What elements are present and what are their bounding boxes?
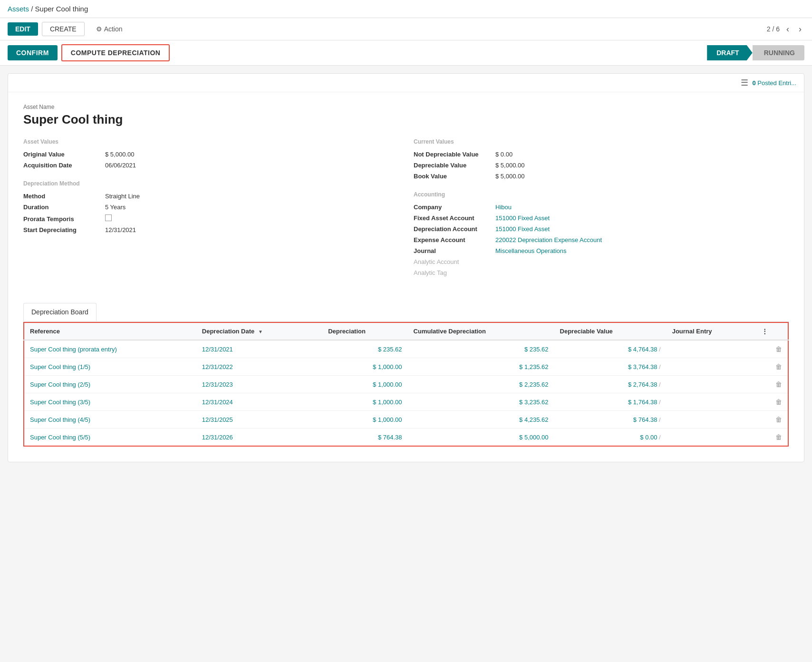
toolbar: EDIT CREATE ⚙ Action 2 / 6 ‹ ›: [0, 18, 812, 40]
not-depreciable-row: Not Depreciable Value $ 0.00: [414, 151, 789, 158]
col-reference: Reference: [24, 322, 196, 340]
col-journal: Journal Entry: [667, 322, 756, 340]
cell-reference[interactable]: Super Cool thing (5/5): [24, 428, 196, 447]
menu-icon[interactable]: ☰: [741, 78, 748, 88]
delete-icon[interactable]: 🗑: [775, 363, 782, 370]
col-more[interactable]: ⋮: [756, 322, 788, 340]
cell-delete[interactable]: 🗑: [756, 376, 788, 393]
analytic-tag-label: Analytic Tag: [414, 269, 490, 276]
fields-grid: Asset Values Original Value $ 5,000.00 A…: [23, 138, 789, 280]
duration-label: Duration: [23, 204, 99, 211]
depreciable-value-row: Depreciable Value $ 5,000.00: [414, 162, 789, 169]
cell-date[interactable]: 12/31/2025: [196, 411, 322, 428]
original-value-row: Original Value $ 5,000.00: [23, 151, 398, 158]
depreciable-value-label: Depreciable Value: [414, 162, 490, 169]
nav-prev-button[interactable]: ‹: [783, 23, 792, 35]
delete-icon[interactable]: 🗑: [775, 380, 782, 388]
cell-reference[interactable]: Super Cool thing (1/5): [24, 358, 196, 376]
main-content: ☰ 0 Posted Entri... Asset Name Super Coo…: [0, 66, 812, 470]
table-row: Super Cool thing (4/5) 12/31/2025 $ 1,00…: [24, 411, 788, 428]
posted-label: Posted Entri...: [757, 79, 796, 87]
cell-reference[interactable]: Super Cool thing (4/5): [24, 411, 196, 428]
col-cumulative: Cumulative Depreciation: [408, 322, 554, 340]
depreciation-account-value[interactable]: 151000 Fixed Asset: [495, 225, 550, 233]
create-button[interactable]: CREATE: [42, 22, 85, 36]
company-value[interactable]: Hibou: [495, 204, 512, 211]
cell-delete[interactable]: 🗑: [756, 428, 788, 447]
cell-cumulative: $ 2,235.62: [408, 376, 554, 393]
depreciation-account-label: Depreciation Account: [414, 225, 490, 233]
cell-reference[interactable]: Super Cool thing (2/5): [24, 376, 196, 393]
delete-icon[interactable]: 🗑: [775, 433, 782, 441]
analytic-account-label: Analytic Account: [414, 258, 490, 265]
cell-depreciable: $ 3,764.38 /: [554, 358, 667, 376]
acquisition-date: 06/06/2021: [105, 162, 136, 169]
analytic-tag-row: Analytic Tag: [414, 269, 789, 276]
cell-depreciation: $ 235.62: [322, 340, 407, 358]
right-fields: Current Values Not Depreciable Value $ 0…: [414, 138, 789, 280]
cell-depreciable: $ 1,764.38 /: [554, 393, 667, 411]
edit-button[interactable]: EDIT: [8, 22, 38, 36]
expense-account-row: Expense Account 220022 Depreciation Expe…: [414, 236, 789, 243]
delete-icon[interactable]: 🗑: [775, 398, 782, 406]
cell-delete[interactable]: 🗑: [756, 358, 788, 376]
journal-value[interactable]: Miscellaneous Operations: [495, 247, 567, 254]
col-depreciation: Depreciation: [322, 322, 407, 340]
nav-next-button[interactable]: ›: [796, 23, 804, 35]
cell-date[interactable]: 12/31/2021: [196, 340, 322, 358]
cell-delete[interactable]: 🗑: [756, 411, 788, 428]
slash-icon: /: [659, 434, 661, 441]
expense-account-label: Expense Account: [414, 236, 490, 243]
slash-icon: /: [659, 346, 661, 353]
breadcrumb-parent[interactable]: Assets: [8, 5, 29, 13]
posted-entries-link[interactable]: 0 Posted Entri...: [752, 79, 796, 87]
cell-depreciation: $ 1,000.00: [322, 411, 407, 428]
cell-cumulative: $ 5,000.00: [408, 428, 554, 447]
tab-section: Depreciation Board: [8, 303, 804, 322]
delete-icon[interactable]: 🗑: [775, 345, 782, 353]
cell-date[interactable]: 12/31/2024: [196, 393, 322, 411]
col-depreciable: Depreciable Value: [554, 322, 667, 340]
fixed-asset-label: Fixed Asset Account: [414, 214, 490, 222]
asset-name-label: Asset Name: [23, 104, 789, 110]
depreciation-table: Reference Depreciation Date ▼ Depreciati…: [23, 322, 789, 447]
slash-icon: /: [659, 416, 661, 423]
cell-delete[interactable]: 🗑: [756, 340, 788, 358]
status-draft[interactable]: DRAFT: [707, 45, 752, 60]
cell-depreciation: $ 764.38: [322, 428, 407, 447]
company-row: Company Hibou: [414, 204, 789, 211]
method-value: Straight Line: [105, 193, 140, 200]
cell-date[interactable]: 12/31/2026: [196, 428, 322, 447]
col-date[interactable]: Depreciation Date ▼: [196, 322, 322, 340]
fixed-asset-value[interactable]: 151000 Fixed Asset: [495, 214, 550, 222]
delete-icon[interactable]: 🗑: [775, 416, 782, 423]
acquisition-date-label: Acquisition Date: [23, 162, 99, 169]
asset-card: ☰ 0 Posted Entri... Asset Name Super Coo…: [8, 73, 804, 462]
slash-icon: /: [659, 399, 661, 406]
cell-reference[interactable]: Super Cool thing (3/5): [24, 393, 196, 411]
acquisition-date-row: Acquisition Date 06/06/2021: [23, 162, 398, 169]
cell-cumulative: $ 4,235.62: [408, 411, 554, 428]
start-depreciating-value: 12/31/2021: [105, 226, 136, 234]
table-row: Super Cool thing (1/5) 12/31/2022 $ 1,00…: [24, 358, 788, 376]
cell-delete[interactable]: 🗑: [756, 393, 788, 411]
cell-date[interactable]: 12/31/2022: [196, 358, 322, 376]
cell-depreciation: $ 1,000.00: [322, 376, 407, 393]
tab-depreciation-board[interactable]: Depreciation Board: [23, 303, 97, 321]
book-value: $ 5,000.00: [495, 173, 524, 180]
prorata-label: Prorata Temporis: [23, 215, 99, 223]
cell-depreciation: $ 1,000.00: [322, 393, 407, 411]
cell-date[interactable]: 12/31/2023: [196, 376, 322, 393]
accounting-title: Accounting: [414, 191, 789, 198]
prorata-checkbox[interactable]: [105, 214, 112, 221]
expense-account-value[interactable]: 220022 Depreciation Expense Account: [495, 236, 602, 243]
cell-reference[interactable]: Super Cool thing (prorata entry): [24, 340, 196, 358]
table-row: Super Cool thing (3/5) 12/31/2024 $ 1,00…: [24, 393, 788, 411]
compute-depreciation-button[interactable]: COMPUTE DEPRECIATION: [61, 44, 170, 61]
posted-count: 0: [752, 79, 755, 87]
depreciation-account-row: Depreciation Account 151000 Fixed Asset: [414, 225, 789, 233]
status-running[interactable]: RUNNING: [753, 45, 804, 60]
confirm-button[interactable]: CONFIRM: [8, 45, 58, 60]
action-button[interactable]: ⚙ Action: [96, 25, 123, 33]
cell-depreciable: $ 764.38 /: [554, 411, 667, 428]
